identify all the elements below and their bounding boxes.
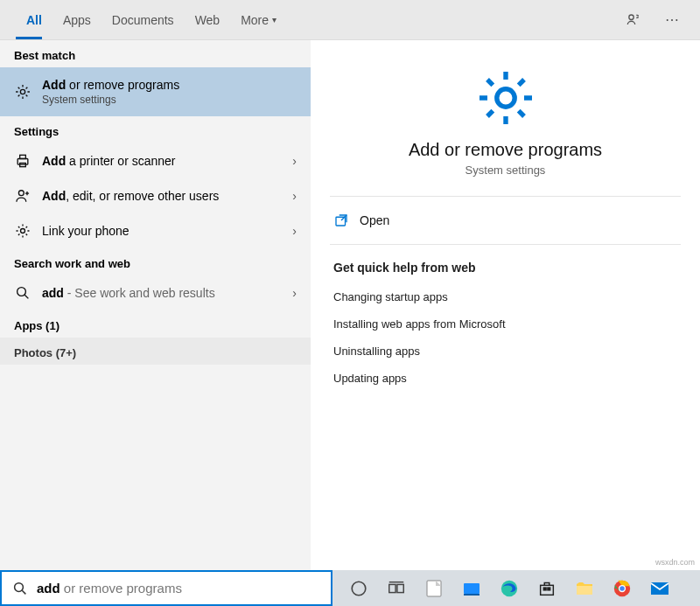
svg-rect-13 [397,584,403,592]
svg-point-24 [620,586,625,591]
cortana-icon[interactable] [345,575,373,603]
result-web-search[interactable]: add - See work and web results › [0,275,311,310]
chevron-right-icon: › [292,224,297,238]
filter-tabs: All Apps Documents Web More ▾ ⋯ [0,0,700,40]
open-label: Open [360,213,389,227]
result-link-phone[interactable]: Link your phone › [0,213,311,248]
printer-icon [14,152,32,170]
section-best-match: Best match [0,40,311,67]
svg-point-10 [15,582,24,591]
app-blue-icon[interactable] [458,575,486,603]
users-bold: Add [42,189,66,203]
search-box[interactable]: add or remove programs [0,570,332,606]
help-link-startup-apps[interactable]: Changing startup apps [330,283,681,310]
svg-rect-19 [543,588,546,590]
search-query-bold: add [37,581,60,596]
result-add-remove-programs[interactable]: Add or remove programs System settings [0,67,311,116]
svg-rect-15 [464,583,480,594]
tab-more[interactable]: More ▾ [230,0,287,39]
feedback-icon[interactable] [621,8,646,32]
result-subtitle: System settings [42,94,297,106]
svg-point-8 [496,89,514,107]
search-icon [14,284,32,302]
svg-rect-12 [389,584,396,592]
svg-rect-2 [18,159,28,165]
svg-rect-16 [464,594,480,596]
section-photos[interactable]: Photos (7+) [0,338,311,365]
users-rest: , edit, or remove other users [66,189,219,203]
result-rest: or remove programs [66,78,179,92]
open-action[interactable]: Open [330,197,681,244]
chevron-right-icon: › [292,154,297,168]
chevron-right-icon: › [292,189,297,203]
svg-rect-25 [651,582,668,595]
result-add-printer[interactable]: Add a printer or scanner › [0,143,311,178]
help-link-install-web-apps[interactable]: Installing web apps from Microsoft [330,310,681,338]
file-explorer-icon[interactable] [570,575,598,603]
tab-apps[interactable]: Apps [52,0,102,39]
section-apps[interactable]: Apps (1) [0,310,311,338]
tab-more-label: More [241,13,269,27]
svg-point-0 [629,15,634,19]
user-plus-icon [14,187,32,205]
printer-rest: a printer or scanner [66,154,175,168]
chevron-right-icon: › [292,286,297,300]
svg-point-6 [21,229,25,233]
mail-icon[interactable] [646,575,674,603]
svg-point-5 [18,191,24,196]
chevron-down-icon: ▾ [272,15,276,24]
open-icon [333,212,349,228]
active-tab-indicator [16,37,42,39]
svg-point-1 [20,89,24,94]
taskbar: add or remove programs [0,570,700,606]
tab-web[interactable]: Web [185,0,231,39]
detail-panel: Add or remove programs System settings O… [311,40,700,570]
web-rest: - See work and web results [64,286,215,300]
tab-documents[interactable]: Documents [102,0,185,39]
results-panel: Best match Add or remove programs System… [0,40,311,570]
svg-rect-3 [20,155,26,158]
help-link-uninstalling[interactable]: Uninstalling apps [330,338,681,365]
result-bold: Add [42,78,66,92]
search-icon [12,581,28,596]
libreoffice-icon[interactable] [420,575,448,603]
detail-title: Add or remove programs [330,140,681,160]
web-bold: add [42,286,64,300]
watermark: wsxdn.com [655,558,695,567]
store-icon[interactable] [533,575,561,603]
svg-rect-21 [577,586,592,595]
help-section-title: Get quick help from web [333,261,681,275]
svg-rect-14 [427,581,441,596]
gear-icon-large [474,66,537,129]
more-options-icon[interactable]: ⋯ [660,8,684,32]
help-link-updating[interactable]: Updating apps [330,365,681,392]
detail-subtitle: System settings [330,164,681,177]
chrome-icon[interactable] [608,575,636,603]
svg-rect-18 [541,585,554,595]
svg-point-11 [352,582,366,596]
svg-point-7 [18,288,26,296]
search-query-suggestion: or remove programs [60,581,182,596]
gear-icon [14,222,32,240]
tab-all[interactable]: All [16,0,52,39]
result-add-users[interactable]: Add, edit, or remove other users › [0,178,311,213]
phone-label: Link your phone [42,224,282,238]
task-view-icon[interactable] [382,575,410,603]
svg-rect-20 [548,588,550,590]
edge-icon[interactable] [495,575,523,603]
section-settings: Settings [0,116,311,143]
gear-icon [14,83,32,101]
section-search-web: Search work and web [0,248,311,275]
printer-bold: Add [42,154,66,168]
